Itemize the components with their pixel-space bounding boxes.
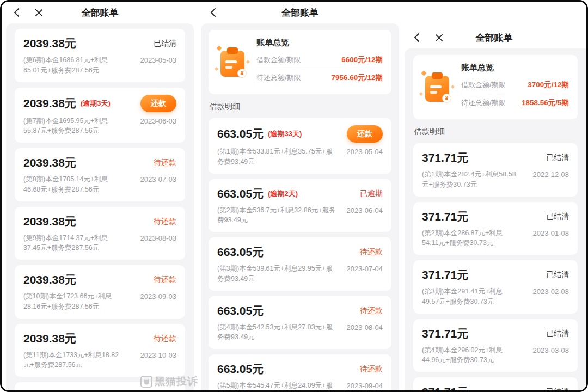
bill-date: 2022-12-08 (533, 169, 569, 190)
bill-detail: (第2期)本金536.7元+利息32.86元+服务费93.49元 (217, 205, 336, 226)
bill-amount: 2039.38元 (23, 96, 76, 111)
header-middle: 全部账单 (198, 2, 402, 23)
status-badge: 已结清 (546, 387, 569, 390)
status-badge: 已结清 (546, 212, 569, 222)
bill-amount: 663.05元 (217, 186, 264, 201)
bill-card[interactable]: 371.71元 已结清 (第2期)本金286.87元+利息54.11元+服务费3… (413, 202, 578, 255)
bill-card[interactable]: 663.05元 (逾期33天) 还款 (第1期)本金533.81元+利息35.7… (209, 118, 391, 174)
bill-card[interactable]: 2039.38元 待还款 (第8期)本金1705.14元+利息46.68元+服务… (15, 148, 185, 201)
back-icon[interactable] (11, 7, 22, 18)
bill-date: 2023-05-04 (347, 146, 383, 167)
bill-detail: (第5期)本金545.47元+利息24.09元+服务费93.49元 (217, 381, 336, 390)
section-label: 借款明细 (210, 102, 390, 112)
bill-detail: (第6期)本金1686.81元+利息65.01元+服务费287.56元 (23, 55, 120, 76)
overdue-label: (逾期2天) (268, 189, 298, 199)
bill-detail: (第10期)本金1723.66元+利息28.16元+服务费287.56元 (23, 291, 120, 312)
status-badge: 待还款 (154, 158, 176, 168)
bill-detail: (第1期)本金282.4元+利息58.58元+服务费30.73元 (422, 169, 518, 190)
bill-date: 2023-01-08 (533, 228, 569, 249)
bill-detail: (第1期)本金533.81元+利息35.75元+服务费93.49元 (217, 146, 336, 167)
blackcat-logo-icon (140, 376, 152, 388)
status-badge: 待还款 (154, 275, 176, 285)
bill-date: 2023-10-03 (140, 350, 177, 371)
overdue-label: (逾期33天) (268, 129, 302, 139)
bill-card[interactable]: 371.71元 已结清 (第4期)本金296.02元+利息44.96元+服务费3… (413, 319, 578, 372)
bill-detail: (第3期)本金539.61元+利息29.95元+服务费93.49元 (217, 264, 336, 284)
header-left: 全部账单 (2, 2, 198, 23)
loan-amount-value: 3700元/12期 (528, 80, 569, 90)
bill-card[interactable]: 371.71元 已结清 (第1期)本金282.4元+利息58.58元+服务费30… (413, 143, 578, 197)
bill-date: 2023-08-03 (140, 233, 177, 254)
repay-total-label: 待还总额/期限 (256, 73, 301, 83)
bill-card[interactable]: 2039.38元 待还款 (第9期)本金1714.37元+利息37.45元+服务… (15, 207, 185, 260)
bill-amount: 371.71元 (422, 150, 468, 166)
bill-detail: (第4期)本金296.02元+利息44.96元+服务费30.73元 (422, 345, 518, 366)
status-badge: 已结清 (154, 39, 176, 48)
status-badge: 待还款 (360, 247, 383, 257)
page-title: 全部账单 (2, 7, 198, 19)
page-title: 全部账单 (198, 7, 402, 19)
bill-detail: (第8期)本金1705.14元+利息46.68元+服务费287.56元 (23, 174, 120, 195)
yuan-badge-icon: ¥ (237, 69, 247, 78)
bill-card[interactable]: 2039.38元 待还款 (第11期)本金1733元+利息18.82元+服务费2… (15, 324, 185, 377)
panel-middle: 全部账单 ¥ 账单总览 借款金额/期限 6600元/12期 待还总 (198, 2, 402, 390)
bill-amount: 663.05元 (217, 303, 264, 318)
status-badge: 待还款 (360, 306, 383, 316)
bill-detail: (第11期)本金1733元+利息18.82元+服务费287.56元 (23, 350, 120, 371)
bill-amount: 371.71元 (422, 384, 468, 390)
bill-date: 2023-06-04 (347, 205, 383, 226)
panel-left: 全部账单 2039.38元 已结清 (第6期)本金1686.81元+利息65.0… (2, 2, 198, 390)
bill-date: 2023-03-08 (533, 345, 569, 366)
bill-card[interactable]: 663.05元 待还款 (第5期)本金545.47元+利息24.09元+服务费9… (209, 354, 391, 390)
bill-amount: 2039.38元 (23, 36, 76, 51)
bill-date: 2023-07-03 (140, 174, 177, 195)
back-icon[interactable] (412, 32, 422, 43)
summary-title: 账单总览 (256, 38, 383, 48)
bill-amount: 663.05元 (217, 126, 264, 142)
bill-detail: (第4期)本金542.53元+利息27.03元+服务费93.49元 (217, 322, 336, 343)
bill-date: 2023-09-03 (140, 291, 177, 312)
watermark: 黑猫投诉 (140, 375, 198, 389)
bill-detail: (第7期)本金1695.95元+利息55.87元+服务费287.56元 (23, 116, 120, 137)
close-icon[interactable] (433, 32, 444, 43)
section-label: 借款明细 (414, 127, 577, 137)
bill-card[interactable]: 371.71元 已结清 (第3期)本金291.41元+利息49.57元+服务费3… (413, 260, 578, 314)
bill-date: 2023-09-04 (347, 381, 383, 390)
repay-button[interactable]: 还款 (140, 95, 176, 112)
close-icon[interactable] (33, 7, 44, 18)
bill-detail: (第3期)本金291.41元+利息49.57元+服务费30.73元 (422, 286, 518, 307)
bill-list-right: ¥ 账单总览 借款金额/期限 3700元/12期 待还总额/期限 1858.56… (405, 48, 586, 390)
bill-card[interactable]: 663.05元 待还款 (第4期)本金542.53元+利息27.03元+服务费9… (209, 296, 391, 350)
bill-card[interactable]: 663.05元 (逾期2天) 已逾期 (第2期)本金536.7元+利息32.86… (209, 179, 391, 232)
status-badge: 已结清 (546, 329, 569, 339)
bill-date: 2023-05-03 (140, 55, 177, 76)
bill-date: 2023-02-08 (533, 286, 569, 307)
repay-total-label: 待还总额/期限 (461, 98, 506, 108)
bill-list-left: 2039.38元 已结清 (第6期)本金1686.81元+利息65.01元+服务… (6, 23, 194, 390)
bill-amount: 2039.38元 (23, 331, 76, 346)
bill-amount: 371.71元 (422, 326, 468, 341)
status-badge: 待还款 (360, 364, 383, 374)
status-badge: 待还款 (154, 217, 176, 226)
summary-title: 账单总览 (461, 63, 569, 73)
bill-amount: 2039.38元 (23, 389, 76, 390)
bill-list-middle: ¥ 账单总览 借款金额/期限 6600元/12期 待还总额/期限 7956.60… (201, 23, 399, 390)
repay-total-value: 7956.60元/12期 (331, 73, 383, 83)
back-icon[interactable] (208, 7, 219, 18)
watermark-text: 黑猫投诉 (155, 375, 198, 389)
repay-button[interactable]: 还款 (347, 125, 383, 143)
bill-card[interactable]: 371.71元 已结清 (第5期)本金300.71元+利息40.27元+服务费3… (413, 377, 578, 390)
status-badge: 已结清 (546, 270, 569, 280)
bill-detail: (第9期)本金1714.37元+利息37.45元+服务费287.56元 (23, 233, 120, 254)
status-badge: 已逾期 (360, 189, 383, 199)
page-title: 全部账单 (402, 32, 586, 44)
bill-amount: 2039.38元 (23, 155, 76, 170)
bill-card[interactable]: 2039.38元 待还款 (第10期)本金1723.66元+利息28.16元+服… (15, 265, 185, 318)
bill-amount: 663.05元 (217, 362, 264, 377)
loan-amount-label: 借款金额/期限 (256, 55, 301, 65)
bill-card[interactable]: 2039.38元 已结清 (第6期)本金1686.81元+利息65.01元+服务… (15, 29, 185, 82)
bill-amount: 2039.38元 (23, 272, 76, 287)
panel-right: 全部账单 ¥ 账单总览 借款金额/期限 3700元/12期 待还总 (402, 2, 586, 390)
bill-card[interactable]: 663.05元 待还款 (第3期)本金539.61元+利息29.95元+服务费9… (209, 237, 391, 291)
bill-card[interactable]: 2039.38元 (逾期3天) 还款 (第7期)本金1695.95元+利息55.… (15, 88, 185, 143)
